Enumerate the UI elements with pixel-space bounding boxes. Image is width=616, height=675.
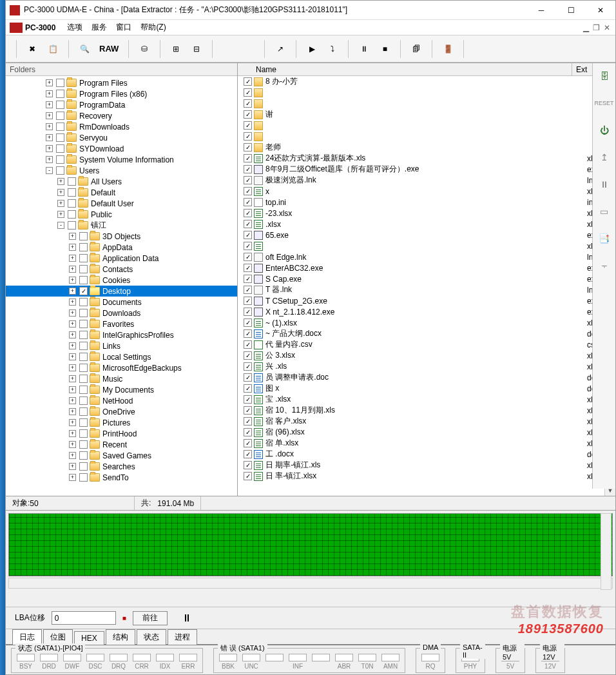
maximize-button[interactable]: ☐ xyxy=(556,1,586,20)
file-row[interactable]: ~ 产品大纲.docxdoc xyxy=(238,328,615,339)
file-checkbox[interactable] xyxy=(244,351,252,360)
expand-toggle[interactable]: + xyxy=(46,90,53,97)
tree-item[interactable]: +ProgramData xyxy=(6,99,237,110)
file-checkbox[interactable] xyxy=(244,318,252,327)
tree-checkbox[interactable] xyxy=(79,462,88,471)
goto-button[interactable]: 前往 xyxy=(133,611,168,625)
expand-toggle[interactable]: + xyxy=(69,266,76,273)
file-row[interactable]: 谢 xyxy=(238,109,615,120)
pause-icon[interactable]: ⏸ xyxy=(355,40,373,58)
tree-checkbox[interactable] xyxy=(79,375,88,383)
expand-toggle[interactable]: + xyxy=(69,255,76,262)
tree-item[interactable]: +Servyou xyxy=(6,132,237,143)
tab-process[interactable]: 进程 xyxy=(168,629,197,645)
file-checkbox[interactable] xyxy=(244,121,252,130)
expand-toggle[interactable]: + xyxy=(69,397,76,404)
tree-item[interactable]: +AppData xyxy=(6,242,237,253)
tree-item[interactable]: +Links xyxy=(6,340,237,351)
column-name[interactable]: Name xyxy=(252,63,572,75)
expand-toggle[interactable]: + xyxy=(69,353,76,360)
tree-checkbox[interactable] xyxy=(79,287,88,295)
exit-icon[interactable]: 🚪 xyxy=(439,40,457,58)
tree-item[interactable]: +3D Objects xyxy=(6,231,237,242)
tree-item[interactable]: +Cookies xyxy=(6,275,237,286)
file-row[interactable]: 员 调整申请表.docdoc xyxy=(238,372,615,383)
tree-checkbox[interactable] xyxy=(68,221,76,230)
layers-icon[interactable]: 📑 xyxy=(597,231,612,246)
file-row[interactable]: X nt_2.1.18.412.exeexe xyxy=(238,306,615,317)
tree-item[interactable]: +Recovery xyxy=(6,110,237,121)
expand-toggle[interactable]: - xyxy=(57,222,64,229)
tree-item[interactable]: +Default User xyxy=(6,198,237,209)
file-checkbox[interactable] xyxy=(244,154,252,162)
stop-icon[interactable]: ■ xyxy=(376,40,394,58)
tree-checkbox[interactable] xyxy=(79,353,88,361)
file-row[interactable]: 日 期率-镇江.xlsxls xyxy=(238,460,615,471)
file-checkbox[interactable] xyxy=(244,143,252,152)
tree-item[interactable]: +Default xyxy=(6,187,237,198)
expand-toggle[interactable]: + xyxy=(69,233,76,240)
tree-item[interactable]: +Public xyxy=(6,209,237,220)
step-icon[interactable]: ⤵ xyxy=(323,40,342,58)
file-row[interactable]: 宝 .xlsxxlsx xyxy=(238,394,615,405)
tree-checkbox[interactable] xyxy=(79,331,88,339)
tree-checkbox[interactable] xyxy=(56,122,64,131)
tree-checkbox[interactable] xyxy=(79,276,88,284)
tree-item[interactable]: +MicrosoftEdgeBackups xyxy=(6,362,237,373)
copy-icon[interactable]: 🗐 xyxy=(407,40,425,58)
tab-log[interactable]: 日志 xyxy=(12,629,42,645)
file-checkbox[interactable] xyxy=(244,362,252,371)
expand-toggle[interactable]: + xyxy=(57,200,64,207)
file-row[interactable]: T CSetup_2G.exeexe xyxy=(238,295,615,306)
file-row[interactable]: EnterABC32.exeexe xyxy=(238,262,615,273)
expand-toggle[interactable]: + xyxy=(69,419,76,426)
tree-item[interactable]: +Saved Games xyxy=(6,450,237,461)
tree-item[interactable]: +Program Files xyxy=(6,77,237,88)
expand-toggle[interactable]: + xyxy=(69,277,76,284)
file-checkbox[interactable] xyxy=(244,231,252,239)
sector-v-scrollbar[interactable] xyxy=(601,513,611,590)
tree-checkbox[interactable] xyxy=(68,177,76,186)
raw-button[interactable]: RAW xyxy=(96,40,122,58)
tree-checkbox[interactable] xyxy=(79,254,88,262)
tree-item[interactable]: -Users xyxy=(6,165,237,176)
file-checkbox[interactable] xyxy=(244,132,252,141)
file-checkbox[interactable] xyxy=(244,406,252,415)
tree-item[interactable]: +Searches xyxy=(6,461,237,472)
tree-checkbox[interactable] xyxy=(79,243,88,251)
tree-item[interactable]: +Desktop xyxy=(6,286,237,297)
tree-checkbox[interactable] xyxy=(79,342,88,350)
file-row[interactable]: ~ (1).xlsxxlsx xyxy=(238,317,615,328)
file-row[interactable]: -23.xlsxxlsx xyxy=(238,208,615,219)
menu-options[interactable]: 选项 xyxy=(67,22,82,33)
file-checkbox[interactable] xyxy=(244,450,252,458)
file-list[interactable]: 8 办-小芳 谢 老师 24还款方式演算-最新版本.xlsxls 8年9月二级O… xyxy=(238,76,615,496)
expand-toggle[interactable]: + xyxy=(69,320,76,328)
disk-icon[interactable]: ⛁ xyxy=(135,40,153,58)
tree-checkbox[interactable] xyxy=(68,199,76,208)
expand-toggle[interactable]: - xyxy=(46,167,53,174)
tree-checkbox[interactable] xyxy=(56,79,64,87)
file-row[interactable]: 兴 .xlsxls xyxy=(238,361,615,372)
file-checkbox[interactable] xyxy=(244,187,252,195)
expand-toggle[interactable]: + xyxy=(69,474,76,481)
expand-toggle[interactable]: + xyxy=(69,408,76,415)
mdi-restore-button[interactable]: ❐ xyxy=(593,23,600,32)
file-row[interactable]: 老师 xyxy=(238,142,615,153)
mdi-minimize-button[interactable]: ▁ xyxy=(583,23,589,32)
file-checkbox[interactable] xyxy=(244,428,252,436)
expand-toggle[interactable]: + xyxy=(46,123,53,130)
expand-toggle[interactable]: + xyxy=(69,364,76,371)
expand-toggle[interactable]: + xyxy=(57,211,64,218)
tree-collapse-icon[interactable]: ⊟ xyxy=(188,40,206,58)
expand-toggle[interactable]: + xyxy=(46,101,53,108)
pause-side-icon[interactable]: ⏸ xyxy=(597,177,612,192)
file-checkbox[interactable] xyxy=(244,99,252,108)
expand-toggle[interactable]: + xyxy=(69,430,76,437)
tree-checkbox[interactable] xyxy=(79,298,88,306)
tree-item[interactable]: +Pictures xyxy=(6,417,237,428)
sector-scrollbar[interactable] xyxy=(8,578,613,589)
tree-checkbox[interactable] xyxy=(79,473,88,482)
tree-item[interactable]: +PrintHood xyxy=(6,428,237,439)
tree-checkbox[interactable] xyxy=(79,320,88,328)
